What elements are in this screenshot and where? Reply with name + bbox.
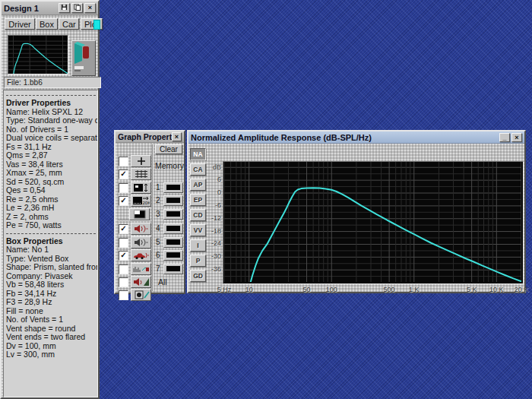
- memory-number: 5: [156, 238, 161, 246]
- memory-5-button[interactable]: [163, 237, 183, 248]
- memory-4-button[interactable]: [163, 223, 183, 234]
- plot-color-swatch[interactable]: [93, 20, 100, 30]
- speaker-icon[interactable]: [131, 223, 151, 235]
- car-button[interactable]: Car: [59, 18, 79, 30]
- property-line: Xmax = 25, mm: [6, 169, 97, 178]
- clear-button[interactable]: Clear: [155, 144, 182, 154]
- memory-row: 5: [156, 237, 183, 247]
- tab-na[interactable]: NA: [190, 148, 206, 160]
- memory-number: 3: [156, 210, 161, 218]
- speaker-dark-icon[interactable]: [131, 236, 151, 249]
- property-line: Re = 2,5 ohms: [6, 195, 97, 204]
- x-tick-label: 1 K: [409, 286, 420, 293]
- frequency-range-option-checkbox[interactable]: ✓: [119, 196, 128, 206]
- cursor-option-checkbox[interactable]: [119, 157, 128, 166]
- memory-6-button[interactable]: [163, 250, 183, 261]
- design-toolbar: Driver Box Car Plot: [4, 18, 99, 31]
- memory-number: 7: [156, 264, 161, 273]
- box-button[interactable]: Box: [36, 18, 58, 30]
- car-acoustics-option-checkbox[interactable]: ✓: [119, 251, 128, 261]
- property-line: Vb = 58,48 liters: [6, 280, 97, 290]
- plot-titlebar: Normalized Amplitude Response (dB-SPL/Hz…: [188, 131, 524, 144]
- properties-list: Driver Properties Name: Helix SPXL 12 Ty…: [3, 90, 98, 397]
- amplitude-scale-icon[interactable]: [131, 182, 151, 194]
- close-icon[interactable]: ×: [172, 132, 182, 141]
- passive-response-option: [119, 237, 151, 248]
- memory-row: 4: [156, 223, 183, 233]
- property-line: No. of Vents = 1: [6, 315, 97, 325]
- contrast-icon[interactable]: [129, 208, 150, 220]
- driver-properties-heading: Driver Properties: [6, 99, 97, 108]
- boundary-option-checkbox[interactable]: [119, 277, 128, 287]
- x-tick-label: 50: [303, 286, 311, 293]
- property-line: Lv = 300, mm: [6, 350, 97, 359]
- y-tick-label: -24: [202, 239, 221, 247]
- design-titlebar: Design 1 ×: [2, 2, 98, 15]
- x-tick-label: 10: [245, 286, 253, 293]
- y-tick-label: -6: [202, 201, 221, 209]
- property-line: Qes = 0,54: [6, 186, 97, 195]
- x-tick-label: 5 K: [467, 286, 477, 293]
- property-line: Fb = 34,14 Hz: [6, 290, 97, 299]
- close-icon[interactable]: ×: [511, 133, 522, 142]
- save-icon[interactable]: [59, 3, 70, 13]
- memory-row: 7: [156, 264, 183, 274]
- copy-icon[interactable]: [71, 3, 83, 13]
- cursor-option: [119, 156, 151, 166]
- y-tick-label: -12: [202, 214, 221, 222]
- y-tick-label: 0: [202, 188, 221, 196]
- memory-2-button[interactable]: [163, 195, 183, 206]
- property-line: Vas = 38,4 liters: [6, 160, 97, 169]
- floppy-icon: [61, 4, 68, 11]
- memory-all-button[interactable]: All: [158, 277, 167, 287]
- minimize-icon[interactable]: _: [499, 133, 510, 142]
- speaker-wall-icon[interactable]: [131, 276, 151, 288]
- box-3d-thumbnail[interactable]: [71, 40, 96, 76]
- property-line: Fill = none: [6, 307, 97, 316]
- amplitude-scale-option: [119, 182, 151, 193]
- property-line: Name: Helix SPXL 12: [6, 108, 97, 117]
- frequency-range-icon[interactable]: 20K: [131, 195, 151, 207]
- speaker-box-icon: [72, 41, 93, 74]
- close-icon[interactable]: ×: [84, 3, 96, 13]
- property-line: Z = 2, ohms: [6, 213, 97, 222]
- driver-button[interactable]: Driver: [5, 18, 35, 30]
- box-response-option-checkbox[interactable]: [119, 290, 128, 300]
- response-curve-chart: [223, 162, 521, 282]
- y-tick-label: 6: [202, 176, 221, 183]
- design-window-title: Design 1: [4, 4, 57, 13]
- box-speaker-icon[interactable]: [131, 289, 151, 301]
- mini-response-curve: [8, 36, 68, 74]
- car-icon[interactable]: [131, 249, 151, 261]
- memory-number: 4: [156, 224, 161, 233]
- property-line: No. of Drivers = 1: [6, 125, 97, 135]
- memory-number: 6: [156, 251, 161, 259]
- graph-properties-titlebar: Graph Properties ×: [116, 131, 184, 143]
- property-line: Sd = 520, sq.cm: [6, 178, 97, 187]
- driver-response-option-checkbox[interactable]: ✓: [119, 224, 128, 234]
- plot-area[interactable]: [223, 161, 524, 284]
- memory-1-button[interactable]: [163, 182, 183, 193]
- crosshair-icon[interactable]: [131, 155, 151, 167]
- passive-response-option-checkbox[interactable]: [119, 238, 128, 248]
- memory-3-button[interactable]: [163, 209, 183, 220]
- eq-curve-icon[interactable]: [131, 263, 151, 275]
- design-window: Design 1 × Driver Box Car Plot: [0, 0, 100, 399]
- grid-icon[interactable]: [131, 168, 151, 180]
- property-line: Vent shape = round: [6, 325, 97, 334]
- graph-properties-window: Graph Properties × ✓✓20K✓✓ Clear Memory …: [114, 130, 185, 294]
- property-line: F3 = 28,9 Hz: [6, 298, 97, 307]
- mini-plot-thumbnail[interactable]: [8, 35, 68, 74]
- memory-number: 2: [156, 196, 161, 204]
- memory-7-button[interactable]: [163, 264, 183, 274]
- x-tick-label: 5 Hz: [217, 286, 232, 293]
- x-tick-label: 500: [384, 286, 395, 293]
- property-line: Type: Standard one-way driv: [6, 116, 97, 125]
- amplitude-scale-option-checkbox[interactable]: [119, 183, 128, 193]
- spacer: [119, 211, 127, 219]
- property-line: Fs = 31,1 Hz: [6, 143, 97, 152]
- grid-option-checkbox[interactable]: ✓: [119, 169, 128, 179]
- dashed-divider: [6, 233, 96, 234]
- equalizer-option-checkbox[interactable]: [119, 264, 128, 274]
- box-response-option: [119, 290, 151, 300]
